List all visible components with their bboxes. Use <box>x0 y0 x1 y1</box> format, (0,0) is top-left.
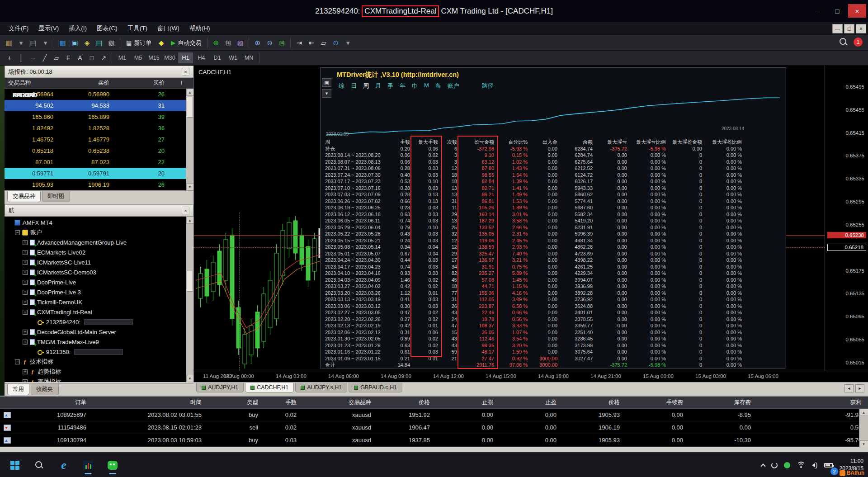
expand-icon[interactable]: + <box>23 300 28 305</box>
scroll-up-icon[interactable]: ▲ <box>859 409 868 416</box>
taskbar-wechat-button[interactable] <box>105 455 120 475</box>
navigator-close-icon[interactable]: × <box>182 207 189 214</box>
market-watch-scrollbar[interactable]: ▲ ▼ <box>186 89 193 190</box>
zoom-out-icon[interactable]: ⊖ <box>264 37 276 49</box>
market-watch-icon[interactable]: ▦ <box>57 37 69 49</box>
navigator-item[interactable]: +ICMarketsSC-Live11 <box>5 257 186 267</box>
new-order-button[interactable]: ▤新订单 <box>123 37 155 49</box>
taskbar-ie-button[interactable]: e <box>56 455 71 475</box>
navigator-item[interactable]: −TMGM.TradeMax-Live9 <box>5 337 186 347</box>
timeframe-m1[interactable]: M1 <box>115 52 130 63</box>
navigator-item[interactable]: +2132594240: <box>5 317 186 327</box>
data-window-icon[interactable]: ▣ <box>69 37 81 49</box>
stats-tab-M[interactable]: M <box>424 82 429 90</box>
clock-dropdown-icon[interactable]: ▾ <box>342 37 354 49</box>
restore-button[interactable]: □ <box>828 4 846 18</box>
stats-tab-日[interactable]: 日 <box>351 82 357 90</box>
navigator-item[interactable]: +9121350: <box>5 347 186 357</box>
profiles-dropdown-icon[interactable]: ▾ <box>39 37 52 49</box>
expand-icon[interactable]: + <box>23 290 28 295</box>
profiles-icon[interactable]: ▤ <box>27 37 39 49</box>
clock-icon[interactable]: ⊙ <box>330 37 342 49</box>
scrollbar-thumb[interactable] <box>187 97 193 118</box>
indicators-icon[interactable]: ⊕ <box>210 37 222 49</box>
chart-shift-icon[interactable]: ⇤ <box>305 37 317 49</box>
tab-scroll-left-icon[interactable]: ◄ <box>844 384 854 392</box>
timeframe-w1[interactable]: W1 <box>226 52 241 63</box>
market-watch-row-audjpy[interactable]: AUDJPY94.50294.53331 <box>5 100 186 111</box>
menu-item-文[interactable]: 文件(F) <box>4 24 33 33</box>
menu-item-图[interactable]: 图表(C) <box>92 24 123 33</box>
objects-list-icon[interactable]: ▱ <box>317 37 330 49</box>
notification-count-badge[interactable]: 2 <box>830 468 838 475</box>
expand-icon[interactable]: + <box>23 270 28 275</box>
notification-badge[interactable]: 1 <box>854 38 863 47</box>
timeframe-m30[interactable]: M30 <box>162 52 177 63</box>
market-watch-row-nzdusd[interactable]: NZDUSD0.597710.5979120 <box>5 168 186 179</box>
auto-trading-button[interactable]: ▶自动交易 <box>167 37 205 49</box>
expand-icon[interactable]: + <box>23 260 28 265</box>
trendline-icon[interactable]: ╱ <box>39 52 51 63</box>
arrow-icon[interactable]: ↗ <box>98 52 109 63</box>
child-minimize-button[interactable]: — <box>832 24 843 33</box>
expand-icon[interactable]: + <box>23 330 28 335</box>
navigator-item[interactable]: +DooPrime-Live <box>5 277 186 287</box>
menu-item-帮[interactable]: 帮助(H) <box>184 24 215 33</box>
text-icon[interactable]: A <box>74 52 86 63</box>
navigator-item[interactable]: +ƒ趋势指标 <box>5 367 186 377</box>
battery-icon[interactable] <box>824 463 833 468</box>
navigator-item[interactable]: +ECMarkets-Live02 <box>5 247 186 257</box>
menu-item-工[interactable]: 工具(T) <box>123 24 152 33</box>
menu-item-窗[interactable]: 窗口(W) <box>152 24 184 33</box>
templates-icon[interactable]: ▨ <box>234 37 246 49</box>
market-watch-row-xauusd[interactable]: XAUUSD1905.931906.1926 <box>5 179 186 190</box>
timeframe-m5[interactable]: M5 <box>131 52 146 63</box>
collapse-icon[interactable]: − <box>15 359 20 364</box>
navigator-item[interactable]: −ƒ技术指标 <box>5 357 186 367</box>
chart-tab-audjpyh1[interactable]: AUDJPY,H1 <box>196 383 244 392</box>
metaeditor-icon[interactable]: ◆ <box>155 37 167 49</box>
close-button[interactable]: × <box>848 4 866 18</box>
navigator-item[interactable]: +AMFX MT4 <box>5 217 186 227</box>
auto-scroll-icon[interactable]: ⇥ <box>293 37 305 49</box>
stats-tab-季[interactable]: 季 <box>387 82 393 90</box>
navigator-item[interactable]: +ƒ震荡指标 <box>5 377 186 382</box>
new-chart-dropdown-icon[interactable]: ▾ <box>15 37 27 49</box>
stats-tab-综[interactable]: 综 <box>339 82 344 90</box>
new-chart-icon[interactable]: ▥ <box>3 37 15 49</box>
start-button[interactable] <box>7 455 23 475</box>
timeframe-d1[interactable]: D1 <box>210 52 225 63</box>
expand-icon[interactable]: + <box>23 280 28 285</box>
navigator-item[interactable]: −CXMTradingLtd-Real <box>5 307 186 317</box>
chart-tab-cadchfh1[interactable]: CADCHF,H1 <box>245 383 294 392</box>
periods-icon[interactable]: ⊞ <box>222 37 234 49</box>
navigator-item[interactable]: +AdvancedManagementGroup-Live <box>5 237 186 247</box>
child-close-button[interactable]: × <box>856 24 866 33</box>
crosshair-icon[interactable]: + <box>4 52 15 63</box>
vertical-line-icon[interactable]: │ <box>15 52 27 63</box>
timeframe-h1[interactable]: H1 <box>178 52 193 63</box>
horizontal-line-icon[interactable]: ─ <box>27 52 39 63</box>
menu-item-插[interactable]: 插入(I) <box>64 24 92 33</box>
collapse-icon[interactable]: − <box>15 230 20 235</box>
market-watch-close-icon[interactable]: × <box>182 68 189 76</box>
market-watch-row-eurnzd[interactable]: EURNZD1.824921.8252836 <box>5 123 186 134</box>
stats-tab-年[interactable]: 年 <box>400 82 406 90</box>
market-watch-row-eurcad[interactable]: EURCAD1.467521.4677927 <box>5 134 186 145</box>
strategy-tester-icon[interactable]: ▧ <box>105 37 118 49</box>
scroll-up-icon[interactable]: ▲ <box>186 217 194 224</box>
expand-icon[interactable]: + <box>23 369 28 374</box>
order-row[interactable]: 1115494862023.08.15 02:01:23sell0.02xauu… <box>0 421 868 434</box>
scrollbar-thumb[interactable] <box>187 271 193 292</box>
stats-tab-账户[interactable]: 账户 <box>448 82 459 90</box>
terminal-icon[interactable]: ▤ <box>93 37 105 49</box>
timeframe-m15[interactable]: M15 <box>146 52 161 63</box>
navigator-item[interactable]: +ICMarketsSC-Demo03 <box>5 267 186 277</box>
expand-icon[interactable]: + <box>23 379 28 383</box>
zoom-in-icon[interactable]: ⊕ <box>251 37 264 49</box>
minimize-button[interactable]: — <box>808 4 826 18</box>
volume-icon[interactable]: ) <box>812 461 817 469</box>
tray-sync-icon[interactable] <box>771 462 778 468</box>
search-icon[interactable] <box>839 38 848 47</box>
tab-交易品种[interactable]: 交易品种 <box>7 191 41 202</box>
